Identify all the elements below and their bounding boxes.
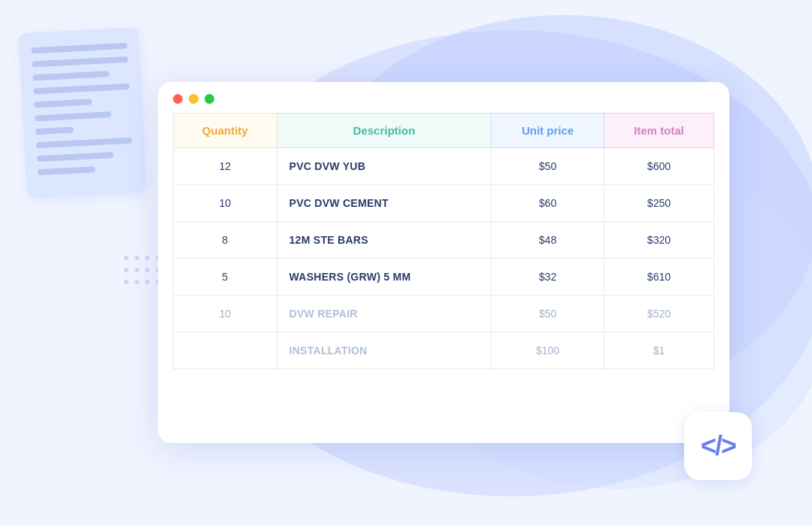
unit-price-cell: $32 [492,259,604,296]
window-maximize-dot[interactable] [205,94,214,104]
quantity-header: Quantity [174,114,277,148]
unit-price-cell: $50 [492,296,604,332]
table-header: Quantity Description Unit price Item tot… [174,114,714,148]
table-row: 5WASHERS (GRW) 5 MM$32$610 [174,259,714,296]
window-titlebar [158,82,729,113]
doc-line [31,43,127,54]
doc-line [36,138,132,149]
quantity-cell [174,332,277,369]
unit-price-cell: $100 [492,332,604,369]
quantity-cell: 12 [174,148,277,185]
doc-line [35,111,112,121]
table-row: INSTALLATION$100$1 [174,332,714,369]
table-row: 10PVC DVW CEMENT$60$250 [174,185,714,222]
item-total-cell: $1 [604,332,714,369]
quantity-cell: 5 [174,259,277,296]
window-minimize-dot[interactable] [189,94,198,104]
unit-price-cell: $60 [492,185,604,222]
item-total-header: Item total [604,114,714,148]
item-total-cell: $600 [604,148,714,185]
unit-price-header: Unit price [492,114,604,148]
quantity-cell: 8 [174,222,277,259]
table-wrapper: Quantity Description Unit price Item tot… [158,113,729,392]
item-total-cell: $520 [604,296,714,332]
header-row: Quantity Description Unit price Item tot… [174,114,714,148]
doc-line [35,127,74,135]
quantity-cell: 10 [174,185,277,222]
description-cell: 12M STE BARS [277,222,492,259]
window-close-dot[interactable] [173,94,183,104]
doc-line [33,83,129,95]
code-icon-bubble: </> [684,412,752,480]
code-icon: </> [701,430,735,462]
doc-line [32,71,110,80]
background-document [18,27,147,199]
description-cell: PVC DVW YUB [277,148,492,185]
doc-line [38,166,95,175]
doc-line [34,99,92,108]
item-total-cell: $320 [604,222,714,259]
decorative-dots [124,256,160,284]
invoice-table: Quantity Description Unit price Item tot… [173,113,714,369]
table-body: 12PVC DVW YUB$50$60010PVC DVW CEMENT$60$… [174,148,714,369]
table-row: 12PVC DVW YUB$50$600 [174,148,714,185]
description-cell: WASHERS (GRW) 5 MM [277,259,492,296]
description-cell: INSTALLATION [277,332,492,369]
description-header: Description [277,114,492,148]
description-cell: DVW REPAIR [277,296,492,332]
quantity-cell: 10 [174,296,277,332]
doc-line [37,152,114,162]
item-total-cell: $610 [604,259,714,296]
unit-price-cell: $48 [492,222,604,259]
main-window: Quantity Description Unit price Item tot… [158,82,729,443]
unit-price-cell: $50 [492,148,604,185]
table-row: 812M STE BARS$48$320 [174,222,714,259]
doc-line [32,56,128,68]
table-row: 10DVW REPAIR$50$520 [174,296,714,332]
description-cell: PVC DVW CEMENT [277,185,492,222]
item-total-cell: $250 [604,185,714,222]
